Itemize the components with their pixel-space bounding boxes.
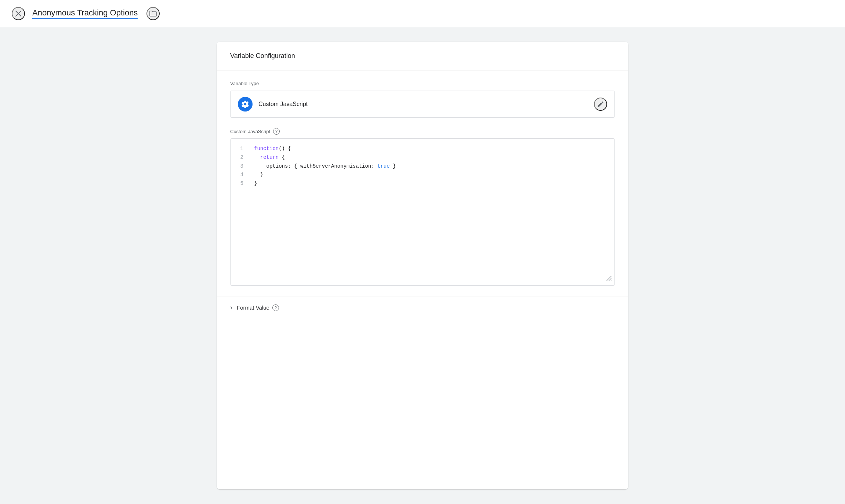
line-num-4: 4 [236, 171, 243, 179]
custom-js-label-row: Custom JavaScript ? [230, 128, 615, 135]
line-numbers: 1 2 3 4 5 [231, 139, 248, 285]
edit-variable-type-button[interactable] [594, 98, 607, 111]
code-content: function() { return { options: { withSer… [248, 139, 614, 285]
format-value-label-text: Format Value [237, 304, 269, 311]
variable-type-label: Variable Type [230, 81, 615, 86]
variable-type-box: Custom JavaScript [230, 91, 615, 118]
variable-type-left: Custom JavaScript [238, 97, 308, 112]
main-content: Variable Configuration Variable Type Cus… [0, 27, 845, 504]
folder-button[interactable] [146, 7, 160, 20]
card-title: Variable Configuration [230, 52, 295, 59]
code-line-4: } [254, 171, 609, 179]
custom-js-label-text: Custom JavaScript [230, 129, 270, 134]
code-line-3: options: { withServerAnonymisation: true… [254, 162, 609, 171]
line-num-1: 1 [236, 145, 243, 153]
gear-icon [238, 97, 253, 112]
close-button[interactable] [12, 7, 25, 20]
format-value-label-row: Format Value ? [237, 304, 279, 311]
line-num-3: 3 [236, 162, 243, 171]
code-line-1: function() { [254, 145, 609, 153]
format-value-chevron-icon: › [230, 304, 232, 311]
line-num-2: 2 [236, 153, 243, 162]
code-area: 1 2 3 4 5 function() { return { options:… [231, 139, 614, 285]
code-editor[interactable]: 1 2 3 4 5 function() { return { options:… [230, 138, 615, 286]
line-num-5: 5 [236, 179, 243, 188]
card-header: Variable Configuration [217, 42, 628, 70]
format-value-help-icon[interactable]: ? [272, 304, 279, 311]
resize-handle[interactable] [606, 276, 612, 282]
custom-js-help-icon[interactable]: ? [273, 128, 280, 135]
variable-type-name: Custom JavaScript [258, 101, 308, 107]
page-title: Anonymous Tracking Options [32, 8, 138, 19]
app-header: Anonymous Tracking Options [0, 0, 845, 27]
variable-config-card: Variable Configuration Variable Type Cus… [217, 42, 628, 489]
format-value-section[interactable]: › Format Value ? [217, 296, 628, 319]
code-line-5: } [254, 179, 609, 188]
code-line-2: return { [254, 153, 609, 162]
custom-js-section: Custom JavaScript ? 1 2 3 4 5 [230, 128, 615, 286]
card-body: Variable Type Custom JavaScript [217, 70, 628, 296]
